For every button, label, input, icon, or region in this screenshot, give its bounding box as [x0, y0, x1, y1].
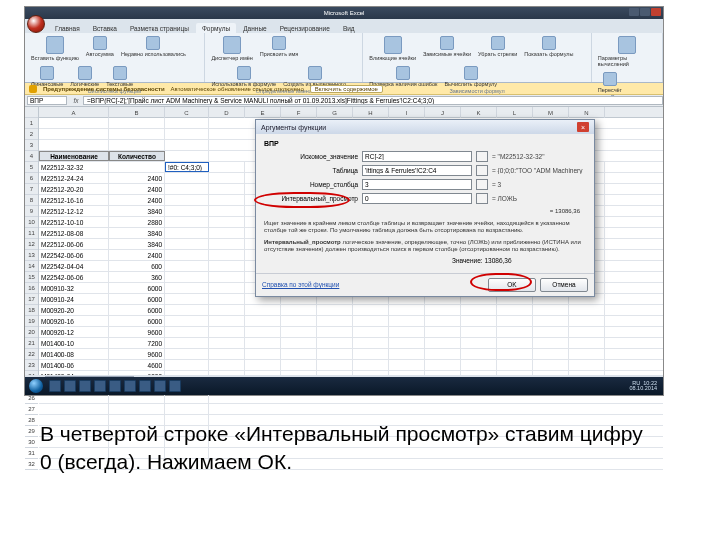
ribbon-button-icon: [396, 66, 410, 80]
taskbar-app-icon[interactable]: [49, 380, 61, 392]
dialog-arg-input[interactable]: [362, 179, 472, 190]
shield-icon: [29, 85, 37, 93]
taskbar-app-icon[interactable]: [139, 380, 151, 392]
ribbon-button-icon: [272, 36, 286, 50]
dialog-arg-input[interactable]: [362, 165, 472, 176]
formula-bar[interactable]: =ВПР(RC[-2];'[Прайс лист ADM Machinery &…: [83, 96, 663, 105]
ribbon-button[interactable]: Вставить функцию: [29, 35, 81, 62]
system-tray[interactable]: RU 10:2208.10.2014: [629, 381, 659, 392]
titlebar: Microsoft Excel: [25, 7, 663, 19]
ribbon: Вставить функциюАвтосуммаНедавно использ…: [25, 33, 663, 83]
minimize-button[interactable]: [629, 8, 639, 16]
dialog-arg-input[interactable]: [362, 151, 472, 162]
close-button[interactable]: [651, 8, 661, 16]
ribbon-button-icon: [46, 36, 64, 54]
window-controls: [629, 8, 661, 16]
ribbon-button[interactable]: Зависимые ячейки: [421, 35, 473, 62]
ribbon-button-icon: [237, 66, 251, 80]
dialog-arg-row: Искомое_значение= "M22512-32-32": [264, 151, 586, 162]
ribbon-tab[interactable]: Рецензирование: [274, 23, 336, 33]
enable-content-button[interactable]: Включить содержимое: [310, 85, 383, 93]
ribbon-button[interactable]: Диспетчер имён: [209, 35, 254, 62]
office-orb[interactable]: [27, 15, 45, 33]
ribbon-button-icon: [78, 66, 92, 80]
dialog-function-name: ВПР: [264, 140, 586, 147]
ribbon-button-icon: [223, 36, 241, 54]
ribbon-button-icon: [40, 66, 54, 80]
column-header-a: Наименование: [39, 151, 109, 161]
ribbon-button-icon: [491, 36, 505, 50]
ribbon-tab[interactable]: Разметка страницы: [124, 23, 195, 33]
ribbon-button-icon: [542, 36, 556, 50]
ribbon-tab[interactable]: Вид: [337, 23, 361, 33]
taskbar-app-icon[interactable]: [154, 380, 166, 392]
warning-message: Автоматическое обновление ссылок отключе…: [171, 86, 304, 92]
ribbon-tab[interactable]: Главная: [49, 23, 86, 33]
ribbon-button-icon: [618, 36, 636, 54]
taskbar-app-icon[interactable]: [79, 380, 91, 392]
ribbon-button[interactable]: Параметры вычислений: [596, 35, 658, 68]
dialog-close-button[interactable]: ×: [577, 122, 589, 132]
ribbon-tab[interactable]: Данные: [237, 23, 272, 33]
ribbon-button-icon: [146, 36, 160, 50]
ribbon-button[interactable]: Показать формулы: [522, 35, 575, 62]
maximize-button[interactable]: [640, 8, 650, 16]
ribbon-tabs: ГлавнаяВставкаРазметка страницыФормулыДа…: [25, 19, 663, 33]
ribbon-button[interactable]: Автосумма: [84, 35, 116, 62]
table-row[interactable]: M01400-089600: [39, 349, 663, 360]
ribbon-button[interactable]: Недавно использовались: [119, 35, 188, 62]
taskbar-app-icon[interactable]: [94, 380, 106, 392]
ribbon-button-icon: [464, 66, 478, 80]
dialog-result: = 13086,36: [264, 208, 586, 216]
range-picker-icon[interactable]: [476, 165, 488, 176]
start-button[interactable]: [29, 379, 43, 393]
cancel-button[interactable]: Отмена: [540, 278, 588, 292]
dialog-titlebar: Аргументы функции ×: [256, 120, 594, 134]
dialog-arg-input[interactable]: [362, 193, 472, 204]
window-title: Microsoft Excel: [324, 10, 365, 16]
taskbar-app-icon[interactable]: [64, 380, 76, 392]
table-row[interactable]: M01400-064600: [39, 360, 663, 371]
ribbon-tab[interactable]: Формулы: [196, 23, 236, 33]
ribbon-button-icon: [440, 36, 454, 50]
dialog-description: Ищет значение в крайнем левом столбце та…: [264, 220, 586, 235]
name-box[interactable]: ВПР: [27, 96, 67, 105]
ribbon-button-icon: [384, 36, 402, 54]
dialog-arg-description: Интервальный_просмотр логическое значени…: [264, 239, 586, 254]
slide-caption: В четвертой строке «Интервальный просмот…: [40, 420, 660, 477]
ribbon-button[interactable]: Вычислить формулу: [442, 65, 499, 88]
dialog-arg-row: Номер_столбца= 3: [264, 179, 586, 190]
range-picker-icon[interactable]: [476, 193, 488, 204]
dialog-value: Значение: 13086,36: [452, 257, 586, 264]
ribbon-button[interactable]: Присвоить имя: [258, 35, 301, 62]
ribbon-tab[interactable]: Вставка: [87, 23, 123, 33]
ribbon-button[interactable]: Влияющие ячейки: [367, 35, 418, 62]
ribbon-button[interactable]: Пересчёт: [596, 71, 624, 94]
column-header-b: Количество: [109, 151, 165, 161]
ribbon-button-icon: [308, 66, 322, 80]
taskbar-app-icon[interactable]: [169, 380, 181, 392]
ribbon-button[interactable]: Убрать стрелки: [476, 35, 519, 62]
taskbar-app-icon[interactable]: [109, 380, 121, 392]
dialog-arg-row: Интервальный_просмотр= ЛОЖЬ: [264, 193, 586, 204]
range-picker-icon[interactable]: [476, 179, 488, 190]
function-arguments-dialog: Аргументы функции × ВПР Искомое_значение…: [255, 119, 595, 297]
excel-window: Microsoft Excel ГлавнаяВставкаРазметка с…: [24, 6, 664, 396]
table-row[interactable]: M00920-129600: [39, 327, 663, 338]
table-row[interactable]: M00920-166000: [39, 316, 663, 327]
ribbon-button-icon: [113, 66, 127, 80]
taskbar-apps: [49, 380, 181, 392]
column-headers: ABC DEF GHI JKL MN: [39, 107, 663, 118]
table-row[interactable]: M01400-107200: [39, 338, 663, 349]
taskbar-app-icon[interactable]: [124, 380, 136, 392]
ok-button[interactable]: OK: [488, 278, 536, 292]
dialog-help-link[interactable]: Справка по этой функции: [262, 281, 339, 288]
fx-icon[interactable]: fx: [69, 97, 83, 104]
range-picker-icon[interactable]: [476, 151, 488, 162]
table-row[interactable]: M00920-206000: [39, 305, 663, 316]
ribbon-button-icon: [93, 36, 107, 50]
dialog-arg-row: Таблица= {0;0;0:"ТОО "ADM Machinery_Serv…: [264, 165, 586, 176]
taskbar: RU 10:2208.10.2014: [25, 377, 663, 395]
formula-bar-row: ВПР fx =ВПР(RC[-2];'[Прайс лист ADM Mach…: [25, 95, 663, 107]
ribbon-button-icon: [603, 72, 617, 86]
